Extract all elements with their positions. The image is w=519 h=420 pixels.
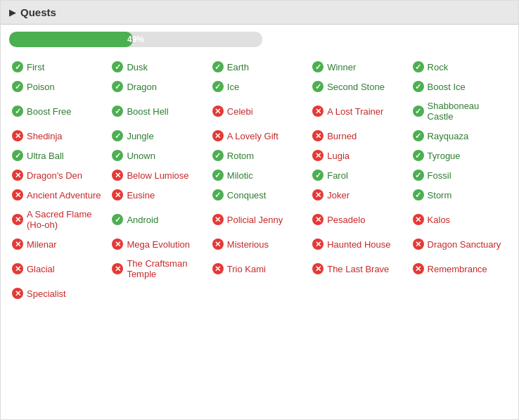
list-item[interactable]: ✓Ice bbox=[210, 77, 309, 96]
list-item[interactable]: ✓Storm bbox=[410, 185, 510, 205]
list-item[interactable]: ✕Remembrance bbox=[410, 254, 510, 284]
quest-name: Kalos bbox=[428, 215, 451, 225]
incomplete-icon: ✕ bbox=[12, 170, 23, 181]
quest-name: Shabboneau Castle bbox=[428, 101, 507, 122]
incomplete-icon: ✕ bbox=[312, 263, 323, 274]
list-item[interactable]: ✕Mega Evolution bbox=[109, 234, 209, 254]
list-item[interactable]: ✕The Last Brave bbox=[309, 254, 409, 284]
list-item[interactable]: ✓Boost Free bbox=[9, 96, 109, 126]
list-item[interactable]: ✓Winner bbox=[309, 57, 409, 77]
list-item[interactable]: ✓Ultra Ball bbox=[9, 146, 109, 165]
complete-icon: ✓ bbox=[413, 106, 424, 117]
complete-icon: ✓ bbox=[312, 170, 323, 181]
quest-name: Pesadelo bbox=[327, 215, 365, 225]
quest-name: A Lost Trainer bbox=[327, 106, 383, 117]
list-item[interactable]: ✓Rotom bbox=[210, 146, 309, 165]
complete-icon: ✓ bbox=[413, 130, 424, 141]
list-item[interactable]: ✓Conquest bbox=[210, 185, 309, 205]
list-item[interactable]: ✕Celebi bbox=[210, 96, 309, 126]
quest-name: Poison bbox=[27, 82, 55, 92]
incomplete-icon: ✕ bbox=[12, 288, 23, 299]
quest-name: Ancient Adventure bbox=[27, 190, 101, 201]
incomplete-icon: ✕ bbox=[12, 238, 23, 250]
complete-icon: ✓ bbox=[12, 106, 23, 117]
list-item[interactable]: ✕A Sacred Flame (Ho-oh) bbox=[9, 205, 109, 234]
list-item[interactable]: ✓Second Stone bbox=[309, 77, 409, 96]
list-item[interactable]: ✓Boost Ice bbox=[410, 77, 510, 96]
list-item[interactable]: ✓Dragon bbox=[109, 77, 209, 96]
list-item[interactable]: ✕Shedinja bbox=[9, 126, 109, 146]
complete-icon: ✓ bbox=[312, 81, 323, 92]
incomplete-icon: ✕ bbox=[212, 238, 224, 250]
list-item[interactable]: ✕Pesadelo bbox=[309, 205, 409, 234]
list-item[interactable]: ✓Rayquaza bbox=[410, 126, 510, 146]
quest-name: Ice bbox=[227, 82, 239, 92]
quest-name: Rotom bbox=[227, 151, 254, 161]
list-item[interactable]: ✓Fossil bbox=[410, 165, 510, 185]
quests-panel: ▶ Quests 49% ✓First✓Dusk✓Earth✓Winner✓Ro… bbox=[0, 0, 519, 420]
list-item[interactable]: ✓Dusk bbox=[109, 57, 209, 77]
quest-name: Tyrogue bbox=[428, 151, 461, 161]
quest-name: The Craftsman Temple bbox=[127, 258, 206, 279]
list-item[interactable]: ✕Lugia bbox=[309, 146, 409, 165]
complete-icon: ✓ bbox=[112, 150, 123, 161]
progress-bar-container: 49% bbox=[9, 32, 262, 47]
list-item[interactable]: ✓Shabboneau Castle bbox=[410, 96, 510, 126]
quest-name: Winner bbox=[327, 62, 356, 72]
quests-grid: ✓First✓Dusk✓Earth✓Winner✓Rock✓Poison✓Dra… bbox=[9, 57, 510, 303]
list-item[interactable]: ✕Glacial bbox=[9, 254, 109, 284]
incomplete-icon: ✕ bbox=[112, 170, 123, 181]
complete-icon: ✓ bbox=[112, 106, 123, 117]
list-item[interactable]: ✓Android bbox=[109, 205, 209, 234]
quest-name: Misterious bbox=[227, 239, 269, 250]
list-item[interactable]: ✓Poison bbox=[9, 77, 109, 96]
incomplete-icon: ✕ bbox=[112, 189, 123, 201]
list-item[interactable]: ✕Kalos bbox=[410, 205, 510, 234]
quest-name: Shedinja bbox=[27, 131, 63, 141]
list-item[interactable]: ✕Dragon's Den bbox=[9, 165, 109, 185]
list-item[interactable]: ✕A Lost Trainer bbox=[309, 96, 409, 126]
list-item[interactable]: ✓Unown bbox=[109, 146, 209, 165]
list-item[interactable]: ✕Ancient Adventure bbox=[9, 185, 109, 205]
list-item[interactable]: ✕Haunted House bbox=[309, 234, 409, 254]
complete-icon: ✓ bbox=[413, 150, 424, 161]
list-item[interactable]: ✕Joker bbox=[309, 185, 409, 205]
complete-icon: ✓ bbox=[112, 61, 123, 72]
list-item[interactable]: ✕Milenar bbox=[9, 234, 109, 254]
list-item[interactable]: ✓Rock bbox=[410, 57, 510, 77]
list-item[interactable]: ✕A Lovely Gift bbox=[210, 126, 309, 146]
incomplete-icon: ✕ bbox=[413, 214, 424, 225]
list-item[interactable]: ✕Dragon Sanctuary bbox=[410, 234, 510, 254]
list-item[interactable]: ✓Tyrogue bbox=[410, 146, 510, 165]
list-item[interactable]: ✓Boost Hell bbox=[109, 96, 209, 126]
progress-label: 49% bbox=[127, 34, 144, 44]
list-item[interactable]: ✕Policial Jenny bbox=[210, 205, 309, 234]
quest-name: Ultra Ball bbox=[27, 151, 64, 161]
quest-name: Joker bbox=[327, 190, 350, 201]
complete-icon: ✓ bbox=[212, 170, 224, 181]
quest-name: Boost Free bbox=[27, 106, 72, 117]
list-item[interactable]: ✕Eusine bbox=[109, 185, 209, 205]
quest-name: Trio Kami bbox=[227, 264, 266, 274]
list-item[interactable]: ✕The Craftsman Temple bbox=[109, 254, 209, 284]
list-item[interactable]: ✓Jungle bbox=[109, 126, 209, 146]
list-item[interactable]: ✓Earth bbox=[210, 57, 309, 77]
list-item[interactable]: ✓Farol bbox=[309, 165, 409, 185]
list-item[interactable]: ✓First bbox=[9, 57, 109, 77]
quest-name: Dragon bbox=[127, 82, 157, 92]
quest-name: Dragon Sanctuary bbox=[428, 239, 501, 250]
list-item[interactable]: ✓Milotic bbox=[210, 165, 309, 185]
quest-name: Jungle bbox=[127, 131, 153, 141]
quest-name: Boost Ice bbox=[428, 82, 466, 92]
quest-name: Celebi bbox=[227, 106, 253, 117]
collapse-arrow-icon[interactable]: ▶ bbox=[9, 7, 16, 18]
list-item[interactable]: ✕Burned bbox=[309, 126, 409, 146]
incomplete-icon: ✕ bbox=[413, 238, 424, 250]
quest-name: First bbox=[27, 62, 44, 72]
list-item[interactable]: ✕Trio Kami bbox=[210, 254, 309, 284]
list-item[interactable]: ✕Below Lumiose bbox=[109, 165, 209, 185]
quest-name: Glacial bbox=[27, 264, 55, 274]
list-item[interactable]: ✕Misterious bbox=[210, 234, 309, 254]
list-item[interactable]: ✕Specialist bbox=[9, 284, 109, 303]
complete-icon: ✓ bbox=[212, 61, 224, 72]
